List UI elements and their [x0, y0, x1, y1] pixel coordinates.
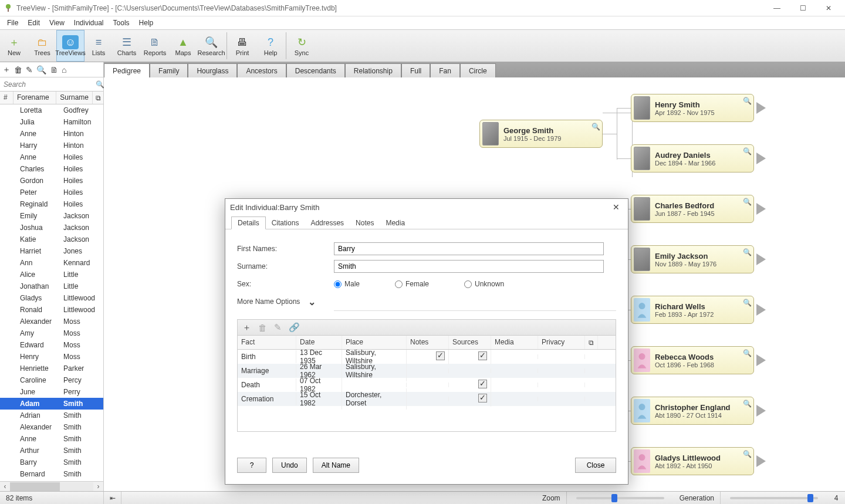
pedigree-node[interactable]: Gladys LittlewoodAbt 1892 - Abt 1950 🔍 — [631, 447, 754, 475]
facts-table[interactable]: Birth13 Dec 1935Salisbury, WiltshireMarr… — [237, 350, 616, 432]
edit-fact-icon[interactable]: ✎ — [274, 322, 282, 333]
lists-button[interactable]: ≡Lists — [84, 30, 113, 62]
new-button[interactable]: ＋New — [0, 30, 28, 62]
magnify-icon[interactable]: 🔍 — [743, 400, 751, 408]
tab-fan[interactable]: Fan — [430, 63, 460, 77]
sidebar-find-icon[interactable]: 🔍 — [36, 65, 46, 75]
col-surname-header[interactable]: Surname — [56, 92, 93, 104]
sidebar-list[interactable]: LorettaGodfreyJuliaHamiltonAnneHintonHar… — [0, 104, 103, 481]
list-item[interactable]: BernardSmith — [0, 468, 103, 480]
expand-icon[interactable] — [756, 354, 766, 366]
list-item[interactable]: CarolinePercy — [0, 374, 103, 386]
col-hash-header[interactable]: # — [0, 92, 13, 104]
list-item[interactable]: AlexanderMoss — [0, 316, 103, 327]
surname-field[interactable] — [334, 260, 604, 273]
expand-icon[interactable] — [756, 153, 766, 164]
window-maximize-button[interactable]: ☐ — [790, 0, 816, 16]
facts-col-place[interactable]: Place — [342, 336, 407, 349]
link-fact-icon[interactable]: 🔗 — [289, 322, 300, 333]
facts-col-date[interactable]: Date — [296, 336, 342, 349]
magnify-icon[interactable]: 🔍 — [743, 299, 751, 307]
list-item[interactable]: EmilyJackson — [0, 210, 103, 222]
list-item[interactable]: AnnKennard — [0, 257, 103, 269]
magnify-icon[interactable]: 🔍 — [743, 349, 751, 357]
expand-icon[interactable] — [756, 203, 766, 215]
trees-button[interactable]: 🗀Trees — [28, 30, 56, 62]
list-item[interactable]: AmyMoss — [0, 327, 103, 339]
pedigree-node[interactable]: Henry SmithApr 1892 - Nov 1975 🔍 — [631, 94, 754, 122]
fact-row[interactable]: Death07 Oct 1982 — [238, 378, 616, 392]
menu-view[interactable]: View — [45, 17, 69, 29]
tab-relationship[interactable]: Relationship — [345, 63, 401, 77]
scroll-left-arrow-icon[interactable]: ‹ — [0, 482, 10, 491]
pedigree-node[interactable]: Charles BedfordJun 1887 - Feb 1945 🔍 — [631, 195, 754, 223]
col-forename-header[interactable]: Forename — [13, 92, 56, 104]
treeviews-button[interactable]: ☺TreeViews — [56, 30, 84, 62]
facts-col-fact[interactable]: Fact — [238, 336, 296, 349]
tab-descendants[interactable]: Descendants — [286, 63, 345, 77]
col-options-icon[interactable]: ⧉ — [93, 92, 103, 104]
more-name-options-toggle[interactable]: More Name Options ⌄ — [237, 293, 334, 310]
first-names-field[interactable] — [334, 242, 604, 255]
list-item[interactable]: LorettaGodfrey — [0, 104, 103, 116]
magnify-icon[interactable]: 🔍 — [743, 198, 751, 206]
tab-pedigree[interactable]: Pedigree — [104, 63, 150, 77]
list-item[interactable]: AlexanderSmith — [0, 421, 103, 433]
scroll-right-arrow-icon[interactable]: › — [93, 482, 103, 491]
pedigree-node[interactable]: Richard WellsFeb 1893 - Apr 1972 🔍 — [631, 296, 754, 324]
window-close-button[interactable]: ✕ — [816, 0, 841, 16]
list-item[interactable]: KatieJackson — [0, 234, 103, 245]
list-item[interactable]: JunePerry — [0, 386, 103, 398]
expand-icon[interactable] — [756, 405, 766, 417]
list-item[interactable]: GladysLittlewood — [0, 292, 103, 304]
status-collapse-icon[interactable]: ⇤ — [104, 492, 121, 504]
charts-button[interactable]: ☰Charts — [113, 30, 141, 62]
fact-row[interactable]: Birth13 Dec 1935Salisbury, Wiltshire — [238, 350, 616, 364]
facts-col-media[interactable]: Media — [491, 336, 538, 349]
tab-circle[interactable]: Circle — [460, 63, 496, 77]
dialog-tab-notes[interactable]: Notes — [350, 217, 380, 229]
list-item[interactable]: BarrySmith — [0, 456, 103, 468]
delete-fact-icon[interactable]: 🗑 — [258, 323, 267, 333]
help-button[interactable]: ?Help — [256, 30, 285, 62]
dialog-tab-details[interactable]: Details — [231, 217, 266, 229]
list-item[interactable]: HarryHinton — [0, 140, 103, 151]
tab-family[interactable]: Family — [150, 63, 188, 77]
sidebar-home-icon[interactable]: ⌂ — [62, 65, 66, 75]
fact-row[interactable]: Cremation15 Oct 1982Dorchester, Dorset — [238, 392, 616, 406]
expand-icon[interactable] — [756, 102, 766, 114]
facts-col-options-icon[interactable]: ⧉ — [585, 336, 598, 349]
list-item[interactable]: ArthurSmith — [0, 445, 103, 456]
magnify-icon[interactable]: 🔍 — [592, 123, 600, 131]
pedigree-node[interactable]: Audrey DanielsDec 1894 - Mar 1966 🔍 — [631, 144, 754, 172]
fact-row[interactable]: Marriage26 Mar 1962Salisbury, Wiltshire — [238, 364, 616, 378]
sync-button[interactable]: ↻Sync — [288, 30, 316, 62]
dialog-tab-media[interactable]: Media — [380, 217, 411, 229]
dialog-tab-addresses[interactable]: Addresses — [305, 217, 350, 229]
sex-male-radio[interactable]: Male — [334, 280, 360, 288]
magnify-icon[interactable]: 🔍 — [743, 147, 751, 155]
search-input[interactable] — [0, 79, 96, 90]
list-item[interactable]: JonathanLittle — [0, 280, 103, 292]
list-item[interactable]: JoshuaJackson — [0, 222, 103, 234]
expand-icon[interactable] — [756, 253, 766, 265]
menu-tools[interactable]: Tools — [109, 17, 134, 29]
tab-ancestors[interactable]: Ancestors — [237, 63, 286, 77]
sidebar-edit-icon[interactable]: ✎ — [26, 65, 33, 75]
facts-col-privacy[interactable]: Privacy — [538, 336, 585, 349]
sidebar-doc-icon[interactable]: 🗎 — [50, 65, 58, 75]
list-item[interactable]: EdwardMoss — [0, 339, 103, 351]
menu-help[interactable]: Help — [134, 17, 158, 29]
sex-female-radio[interactable]: Female — [395, 280, 429, 288]
window-minimize-button[interactable]: — — [764, 0, 790, 16]
print-button[interactable]: 🖶Print — [228, 30, 256, 62]
list-item[interactable]: ReginaldHoiles — [0, 198, 103, 210]
close-button[interactable]: Close — [575, 458, 616, 473]
list-item[interactable]: HenrietteParker — [0, 363, 103, 374]
pedigree-node[interactable]: Christopher EnglandAbt 1890 - 27 Oct 191… — [631, 397, 754, 425]
list-item[interactable]: PeterHoiles — [0, 187, 103, 198]
list-item[interactable]: AdamSmith — [0, 398, 103, 410]
list-item[interactable]: CharlesHoiles — [0, 163, 103, 175]
altname-button[interactable]: Alt Name — [313, 458, 359, 473]
pedigree-node[interactable]: Rebecca WoodsOct 1896 - Feb 1968 🔍 — [631, 346, 754, 374]
